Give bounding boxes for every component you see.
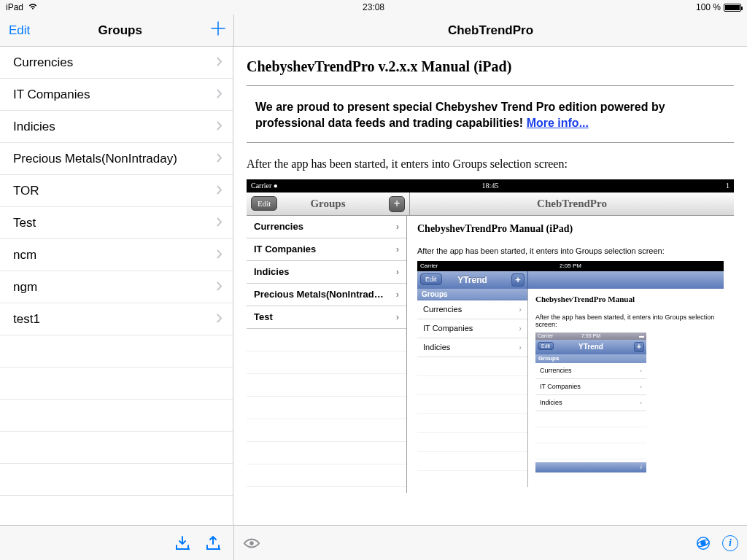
blank-row [0, 432, 233, 464]
shot2-carrier: Carrier [420, 262, 520, 269]
chevron-right-icon [217, 120, 222, 134]
shot1-detail-title: ChebTrendPro [537, 198, 607, 210]
svg-point-1 [219, 548, 220, 549]
shot2-item: Currencies [423, 305, 462, 314]
shot1-right: 1 [570, 182, 729, 190]
detail-navbar: ChebTrendPro [233, 15, 747, 47]
device-label: iPad [6, 2, 23, 12]
group-row-currencies[interactable]: Currencies [0, 47, 233, 79]
shot1-plus-icon: + [389, 196, 405, 212]
visibility-button[interactable] [243, 535, 260, 551]
group-row-indicies[interactable]: Indicies [0, 111, 233, 143]
status-time: 23:08 [251, 2, 496, 12]
shot3-item: Currencies [540, 367, 572, 374]
shot3-plus-icon: + [634, 342, 644, 352]
master-navbar: Edit Groups [0, 15, 233, 47]
shot3-edit: Edit [538, 342, 554, 350]
manual-heading: ChebyshevTrendPro v.2.x.x Manual (iPad) [247, 58, 734, 75]
shot3-title: YTrend [578, 343, 603, 351]
chevron-right-icon [217, 312, 222, 327]
shot3-carrier: Carrier [538, 333, 573, 338]
globe-button[interactable] [694, 535, 712, 551]
group-row-it-companies[interactable]: IT Companies [0, 79, 233, 111]
chevron-right-icon [217, 216, 222, 230]
embedded-screenshot-1: Carrier ● 18:45 1 Edit Groups + ChebTren… [247, 179, 734, 493]
group-row-test1[interactable]: test1 [0, 303, 233, 335]
chevron-right-icon [217, 184, 222, 198]
group-label: TOR [13, 184, 39, 198]
chevron-right-icon [217, 280, 222, 295]
shot3-item: Indicies [540, 399, 562, 406]
shot1-time: 18:45 [411, 182, 570, 190]
blank-row [0, 496, 233, 525]
shot1-list: Currencies› IT Companies› Indicies› Prec… [247, 216, 407, 493]
blank-row [0, 335, 233, 368]
wifi-icon [28, 2, 38, 12]
group-label: IT Companies [13, 88, 90, 102]
edit-button[interactable]: Edit [9, 23, 30, 38]
shot1-nav: Edit Groups + ChebTrendPro [247, 192, 734, 216]
blank-row [0, 368, 233, 400]
detail-pane: ChebyshevTrendPro v.2.x.x Manual (iPad) … [233, 47, 747, 525]
shot1-heading: ChebyshevTrendPro Manual (iPad) [417, 223, 724, 235]
shot3-time: 7:55 PM [573, 333, 609, 338]
add-group-button[interactable] [210, 20, 226, 40]
group-label: Currencies [13, 55, 73, 70]
promo-body: We are proud to present special Chebyshe… [255, 101, 665, 129]
shot1-status: Carrier ● 18:45 1 [247, 179, 734, 192]
group-label: test1 [13, 312, 40, 327]
detail-toolbar: i [233, 525, 747, 560]
group-label: Test [13, 216, 36, 230]
shot3-info-icon: i [640, 464, 642, 470]
divider [247, 142, 734, 143]
groups-list: Currencies IT Companies Indicies Preciou… [0, 47, 233, 525]
shot1-carrier: Carrier [251, 182, 271, 190]
promo-text: We are proud to present special Chebyshe… [247, 96, 734, 135]
blank-row [0, 400, 233, 432]
shot2-after: After the app has been started, it enter… [535, 314, 716, 328]
download-button[interactable] [174, 535, 191, 551]
shot2-heading: ChebyshevTrendPro Manual [535, 295, 716, 303]
group-row-precious-metals[interactable]: Precious Metals(NonIntraday) [0, 143, 233, 175]
chevron-right-icon [217, 55, 222, 70]
divider [247, 85, 734, 86]
shot3-subheader: Groups [535, 354, 646, 363]
shot2-plus-icon: + [511, 273, 525, 287]
group-label: ngm [13, 280, 37, 295]
svg-point-0 [188, 548, 190, 549]
group-label: ncm [13, 248, 36, 262]
shot1-edit: Edit [251, 196, 277, 211]
blank-row [0, 464, 233, 496]
shot2-item: Indicies [423, 343, 450, 351]
battery-icon [724, 4, 741, 12]
chevron-right-icon [217, 152, 222, 166]
master-title: Groups [98, 23, 142, 38]
shot3-item: IT Companies [540, 383, 581, 390]
shot1-item: Precious Metals(NonIntrad… [254, 289, 384, 300]
detail-title: ChebTrendPro [448, 23, 533, 38]
group-row-test[interactable]: Test [0, 207, 233, 239]
shot1-item: IT Companies [254, 244, 316, 254]
svg-point-2 [249, 541, 254, 545]
embedded-screenshot-3: Carrier7:55 PM▬ Edit YTrend + Groups Cur… [535, 332, 646, 472]
svg-point-5 [700, 540, 705, 545]
more-info-link[interactable]: More info... [527, 117, 589, 129]
group-row-tor[interactable]: TOR [0, 175, 233, 207]
chevron-right-icon [217, 88, 222, 102]
shot2-time: 2:05 PM [520, 262, 620, 269]
shot1-item: Currencies [254, 221, 303, 232]
info-button[interactable]: i [722, 535, 738, 551]
shot2-edit: Edit [420, 273, 442, 285]
chevron-right-icon [217, 248, 222, 262]
status-bar: iPad 23:08 100 % [0, 0, 747, 15]
upload-button[interactable] [204, 535, 222, 551]
master-toolbar [0, 525, 233, 560]
battery-text: 100 % [696, 2, 721, 12]
shot2-subheader: Groups [417, 289, 527, 300]
shot1-after: After the app has been started, it enter… [417, 246, 724, 255]
group-row-ncm[interactable]: ncm [0, 239, 233, 271]
shot1-title: Groups [310, 198, 345, 210]
after-text: After the app has been started, it enter… [247, 158, 734, 171]
shot1-item: Test [254, 311, 273, 322]
group-row-ngm[interactable]: ngm [0, 271, 233, 303]
